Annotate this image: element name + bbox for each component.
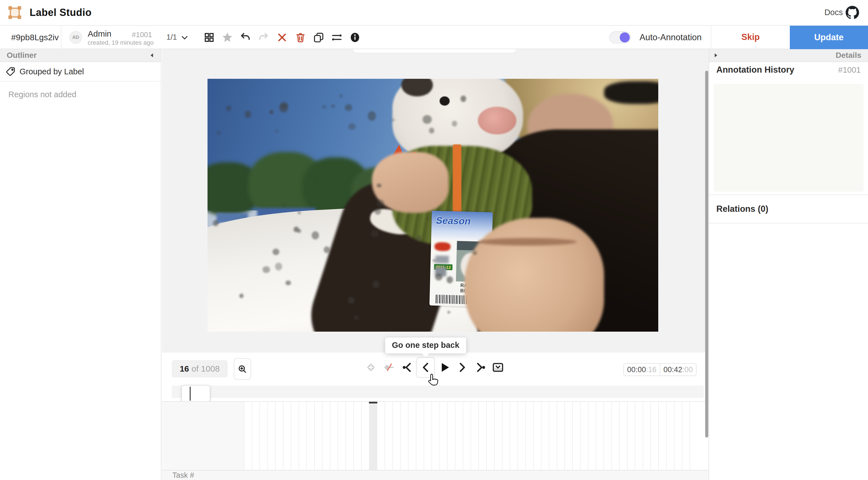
- timeline-frame-column[interactable]: [635, 402, 643, 470]
- timeline-frame-column[interactable]: [596, 402, 603, 470]
- timeline-frame-column[interactable]: [580, 402, 588, 470]
- timeline-frame-column[interactable]: [306, 402, 314, 470]
- timeline-frame-column[interactable]: [338, 402, 345, 470]
- collapse-left-icon[interactable]: [149, 53, 155, 58]
- timeline-frame-column[interactable]: [611, 402, 619, 470]
- timeline-frame-column[interactable]: [564, 402, 572, 470]
- annotation-history-title: Annotation History: [716, 65, 794, 75]
- timeline-frame-column[interactable]: [322, 402, 330, 470]
- frame-counter[interactable]: 16 of 1008: [172, 360, 227, 378]
- settings-relations-icon[interactable]: [331, 31, 343, 43]
- timeline-frame-column[interactable]: [291, 402, 299, 470]
- timeline-frame-column[interactable]: [252, 402, 259, 470]
- add-keyframe-button[interactable]: [364, 360, 378, 375]
- timeline-frame-column[interactable]: [549, 402, 557, 470]
- timeline-frame-column[interactable]: [275, 402, 283, 470]
- timeline-frame-column[interactable]: [259, 402, 267, 470]
- toggle-timeline-button[interactable]: [491, 360, 505, 375]
- auto-annotation-toggle[interactable]: [609, 31, 631, 43]
- timeline-frame-column[interactable]: [494, 402, 502, 470]
- timeline-frame-column[interactable]: [674, 402, 682, 470]
- toggle-knob: [620, 32, 630, 42]
- timeline-frame-column[interactable]: [666, 402, 674, 470]
- timeline-frame-column[interactable]: [486, 402, 494, 470]
- timeline-frame-column[interactable]: [384, 402, 393, 470]
- timeline-frame-column[interactable]: [603, 402, 611, 470]
- timeline-frame-column[interactable]: [330, 402, 338, 470]
- regions-empty-text: Regions not added: [8, 90, 76, 99]
- keyframe-interpolation-button[interactable]: [382, 360, 396, 375]
- timeline-frame-column[interactable]: [502, 402, 510, 470]
- timeline-playhead[interactable]: [369, 402, 377, 403]
- timeline-frame-column[interactable]: [619, 402, 627, 470]
- timeline-frame-column[interactable]: [353, 402, 361, 470]
- tooltip-go-one-step-back: Go one step back: [385, 337, 466, 354]
- duplicate-annotation-button[interactable]: [312, 31, 325, 43]
- timeline-frame-column[interactable]: [525, 402, 533, 470]
- timeline-frame-column[interactable]: [244, 402, 252, 470]
- time-display: 00:00:16 00:42:00: [623, 363, 696, 376]
- timeline-frame-column[interactable]: [439, 402, 447, 470]
- next-keyframe-button[interactable]: [473, 360, 487, 375]
- update-button[interactable]: Update: [790, 26, 868, 49]
- timeline-frame-column[interactable]: [643, 402, 650, 470]
- play-button[interactable]: [437, 360, 452, 375]
- frames-timeline[interactable]: [162, 401, 709, 470]
- star-ground-truth-button[interactable]: [221, 31, 234, 43]
- expand-right-icon[interactable]: [713, 53, 719, 58]
- timeline-frame-column[interactable]: [314, 402, 322, 470]
- timeline-frame-column[interactable]: [447, 402, 455, 470]
- skip-button[interactable]: Skip: [711, 26, 790, 49]
- timeline-frame-column[interactable]: [533, 402, 541, 470]
- previous-keyframe-button[interactable]: [401, 360, 415, 375]
- timeline-frame-column[interactable]: [557, 402, 564, 470]
- timeline-frame-column[interactable]: [369, 402, 377, 470]
- timeline-frame-column[interactable]: [267, 402, 275, 470]
- delete-annotation-button[interactable]: [294, 31, 307, 43]
- timeline-frame-column[interactable]: [455, 402, 463, 470]
- timeline-frame-column[interactable]: [541, 402, 549, 470]
- timeline-frame-column[interactable]: [361, 402, 369, 470]
- timeline-frame-column[interactable]: [377, 402, 384, 470]
- timeline-frame-column[interactable]: [682, 402, 689, 470]
- grouping-selector[interactable]: Grouped by Label: [0, 62, 161, 82]
- current-time[interactable]: 00:00:16: [624, 364, 660, 376]
- timeline-frame-column[interactable]: [588, 402, 596, 470]
- info-button[interactable]: [349, 31, 361, 43]
- timeline-frame-column[interactable]: [478, 402, 486, 470]
- timeline-frame-column[interactable]: [299, 402, 306, 470]
- timeline-frame-column[interactable]: [658, 402, 666, 470]
- avatar: AD: [69, 31, 82, 44]
- timeline-frame-column[interactable]: [424, 402, 432, 470]
- reset-annotation-button[interactable]: [276, 31, 288, 43]
- video-canvas[interactable]: Season Pass 2011-12 RATATOUILLEBOWERS: [208, 79, 658, 332]
- grid-view-button[interactable]: [203, 31, 215, 43]
- timeline-frame-column[interactable]: [572, 402, 580, 470]
- timeline-frame-column[interactable]: [416, 402, 424, 470]
- docs-link[interactable]: Docs: [825, 8, 843, 17]
- timeline-frame-column[interactable]: [650, 402, 658, 470]
- zoom-in-button[interactable]: [234, 358, 251, 380]
- timeline-frame-column[interactable]: [689, 402, 698, 470]
- github-icon[interactable]: [846, 6, 859, 19]
- timeline-frame-column[interactable]: [627, 402, 635, 470]
- step-forward-button[interactable]: [455, 360, 469, 375]
- timeline-frame-column[interactable]: [518, 402, 525, 470]
- timeline-frame-column[interactable]: [432, 402, 439, 470]
- step-back-icon[interactable]: [418, 360, 433, 375]
- seek-viewport-handle[interactable]: [181, 385, 210, 402]
- timeline-frame-column[interactable]: [463, 402, 471, 470]
- undo-button[interactable]: [239, 31, 252, 43]
- chevron-down-icon[interactable]: [180, 33, 189, 42]
- timeline-frame-column[interactable]: [510, 402, 518, 470]
- vertical-scrollbar[interactable]: [705, 71, 708, 438]
- timeline-frame-column[interactable]: [408, 402, 416, 470]
- grouping-label: Grouped by Label: [20, 67, 84, 76]
- timeline-frame-column[interactable]: [471, 402, 478, 470]
- relations-section[interactable]: Relations (0): [709, 194, 868, 223]
- timeline-frame-column[interactable]: [283, 402, 291, 470]
- timeline-frame-column[interactable]: [345, 402, 353, 470]
- timeline-frame-column[interactable]: [393, 402, 400, 470]
- redo-button[interactable]: [257, 31, 270, 43]
- timeline-frame-column[interactable]: [400, 402, 408, 470]
